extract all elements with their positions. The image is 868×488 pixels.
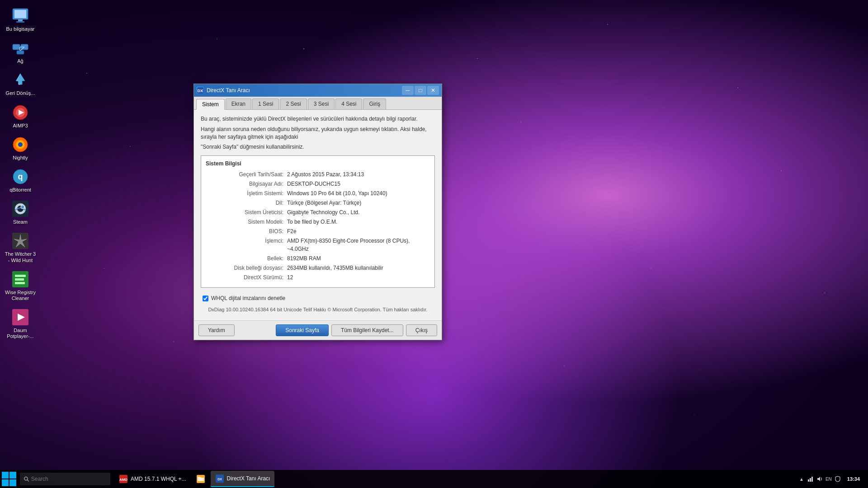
minimize-button[interactable]: ─: [402, 86, 414, 95]
yardim-button[interactable]: Yardım: [198, 324, 235, 336]
icon-label-witcher: The Witcher 3 - Wild Hunt: [4, 251, 37, 263]
svg-text:DX: DX: [217, 478, 222, 481]
desktop-icon-registry[interactable]: Wise Registry Cleaner: [2, 268, 38, 304]
label-model: Sistem Modeli:: [206, 218, 287, 226]
desktop-icons-area: Bu bilgisayar Ağ Geri Dönüş...: [0, 0, 41, 470]
svg-point-15: [18, 142, 23, 147]
svg-line-32: [27, 480, 29, 482]
taskbar-search-box[interactable]: [20, 473, 110, 485]
tray-network-icon[interactable]: [807, 475, 814, 483]
icon-label-registry: Wise Registry Cleaner: [4, 290, 37, 301]
dialog-tabs: Sistem Ekran 1 Sesi 2 Sesi 3 Sesi 4 Sesi…: [194, 97, 442, 110]
dialog-footer-buttons: Yardım Sonraki Sayfa Tüm Bilgileri Kayde…: [194, 320, 442, 340]
svg-rect-6: [17, 51, 24, 54]
win-logo-tr: [9, 472, 16, 479]
desktop-icon-bu-bilgisayar[interactable]: Bu bilgisayar: [2, 5, 38, 34]
info-row-manufacturer: Sistem Üreticisi: Gigabyte Technology Co…: [206, 208, 430, 216]
desktop-icon-ag[interactable]: Ağ: [2, 37, 38, 66]
tab-giris[interactable]: Giriş: [363, 99, 386, 109]
info-row-bios: BIOS: F2e: [206, 227, 430, 235]
value-directx: 12: [287, 273, 293, 282]
tray-security-icon[interactable]: [834, 475, 841, 483]
svg-rect-4: [13, 44, 20, 50]
icon-label-bu-bilgisayar: Bu bilgisayar: [6, 26, 35, 32]
desktop-icon-daum[interactable]: Daum Potplayer-...: [2, 306, 38, 342]
intro-line2: Hangi alanın soruna neden olduğunu biliy…: [201, 126, 435, 141]
info-row-model: Sistem Modeli: To be filed by O.E.M.: [206, 218, 430, 226]
info-row-date: Geçerli Tarih/Saat: 2 Ağustos 2015 Pazar…: [206, 170, 430, 178]
desktop-icon-witcher[interactable]: The Witcher 3 - Wild Hunt: [2, 230, 38, 265]
icon-label-aimp3: AIMP3: [13, 123, 28, 129]
taskbar: AMD AMD 15.7.1 WHQL +... DX DirectX Tanı…: [0, 470, 868, 488]
svg-rect-25: [15, 278, 24, 281]
info-row-computer: Bilgisayar Adı: DESKTOP-DUCHC15: [206, 180, 430, 188]
tray-up-arrow[interactable]: ▲: [798, 475, 805, 483]
desktop-icon-qbittorrent[interactable]: q qBitorrent: [2, 165, 38, 195]
icon-label-ag: Ağ: [17, 58, 23, 64]
info-row-cpu: İşlemci: AMD FX(tm)-8350 Eight-Core Proc…: [206, 237, 430, 253]
desktop-icon-steam[interactable]: Steam: [2, 197, 38, 227]
dxdiag-footer-text: DxDiag 10.00.10240.16384 64 bit Unicode …: [201, 304, 435, 315]
directx-icon: DX: [197, 87, 204, 94]
tray-speaker-icon[interactable]: [816, 475, 823, 483]
taskbar-item-amd[interactable]: AMD AMD 15.7.1 WHQL +...: [114, 471, 191, 487]
svg-point-31: [24, 477, 28, 480]
info-row-pagefile: Disk belleği dosyası: 2634MB kullanıldı,…: [206, 264, 430, 272]
win-logo-bl: [2, 479, 9, 486]
taskbar-item-directx[interactable]: DX DirectX Tanı Aracı: [211, 471, 275, 487]
value-cpu: AMD FX(tm)-8350 Eight-Core Processor (8 …: [287, 237, 430, 253]
svg-rect-26: [15, 282, 25, 284]
svg-point-21: [21, 205, 24, 209]
tray-keyboard-icon[interactable]: EN: [825, 475, 832, 483]
tab-3sesi[interactable]: 3 Sesi: [308, 99, 335, 109]
label-ram: Bellek:: [206, 254, 287, 263]
value-ram: 8192MB RAM: [287, 254, 321, 263]
info-row-lang: Dil: Türkçe (Bölgesel Ayar: Türkçe): [206, 199, 430, 207]
amd-taskbar-label: AMD 15.7.1 WHQL +...: [131, 476, 186, 482]
directx-taskbar-icon: DX: [215, 474, 224, 483]
icon-label-geri-donusum: Geri Dönüş...: [6, 90, 35, 96]
tab-2sesi[interactable]: 2 Sesi: [280, 99, 307, 109]
dialog-window-controls: ─ □ ✕: [402, 86, 439, 95]
label-cpu: İşlemci:: [206, 237, 287, 253]
svg-rect-1: [14, 10, 26, 18]
tab-sistem[interactable]: Sistem: [196, 99, 225, 110]
svg-text:q: q: [18, 172, 23, 181]
value-pagefile: 2634MB kullanıldı, 7435MB kullanılabilir: [287, 264, 383, 272]
whql-checkbox[interactable]: [203, 296, 208, 301]
value-os: Windows 10 Pro 64 bit (10.0, Yapı 10240): [287, 189, 387, 197]
svg-rect-24: [15, 275, 26, 277]
amd-taskbar-icon: AMD: [119, 474, 128, 483]
cikis-button[interactable]: Çıkış: [406, 324, 437, 336]
tab-ekran[interactable]: Ekran: [226, 99, 251, 109]
desktop-icon-nightly[interactable]: Nightly: [2, 133, 38, 163]
desktop-icon-geri-donusum[interactable]: Geri Dönüş...: [2, 69, 38, 99]
tab-4sesi[interactable]: 4 Sesi: [335, 99, 362, 109]
taskbar-item-explorer[interactable]: [192, 471, 210, 487]
label-date: Geçerli Tarih/Saat:: [206, 170, 287, 178]
search-input[interactable]: [31, 476, 107, 482]
value-model: To be filed by O.E.M.: [287, 218, 337, 226]
win-logo-br: [9, 479, 16, 486]
system-info-title: Sistem Bilgisi: [206, 160, 430, 167]
directx-dialog[interactable]: DX DirectX Tanı Aracı ─ □ ✕ Sistem Ekran…: [193, 84, 442, 340]
windows-logo: [2, 472, 16, 486]
whql-label: WHQL dijital imzalarını denetle: [211, 295, 285, 301]
label-os: İşletim Sistemi:: [206, 189, 287, 197]
maximize-button[interactable]: □: [415, 86, 426, 95]
close-button[interactable]: ✕: [427, 86, 439, 95]
start-button[interactable]: [0, 470, 18, 488]
icon-label-nightly: Nightly: [13, 155, 28, 161]
sonraki-sayfa-button[interactable]: Sonraki Sayfa: [276, 324, 329, 336]
icon-label-steam: Steam: [13, 219, 28, 225]
desktop-icon-aimp3[interactable]: AIMP3: [2, 101, 38, 131]
intro-line1: Bu araç, sisteminizde yüklü DirectX bile…: [201, 115, 435, 123]
svg-rect-2: [18, 19, 23, 21]
svg-text:DX: DX: [198, 89, 203, 93]
taskbar-time: 13:34: [847, 476, 860, 482]
info-row-ram: Bellek: 8192MB RAM: [206, 254, 430, 263]
tab-1sesi[interactable]: 1 Sesi: [252, 99, 279, 109]
taskbar-clock[interactable]: 13:34: [844, 476, 863, 482]
label-computer: Bilgisayar Adı:: [206, 180, 287, 188]
tum-bilgiler-button[interactable]: Tüm Bilgileri Kaydet...: [331, 324, 403, 336]
